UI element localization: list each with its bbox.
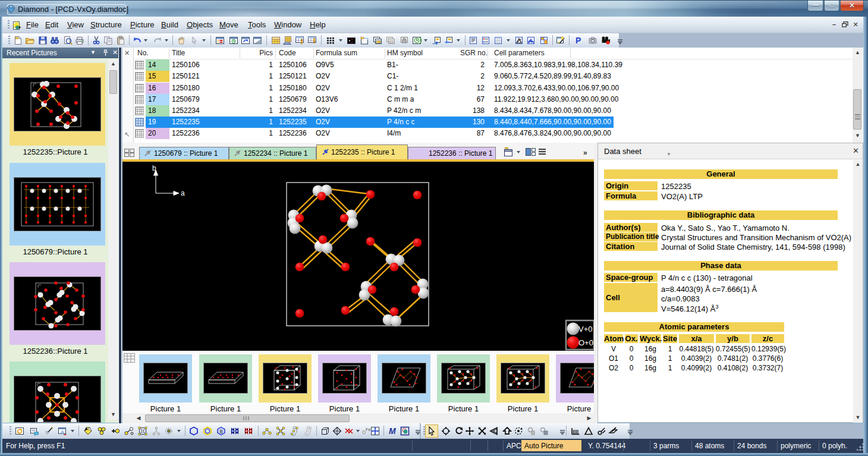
svg-text:P: P [575,36,581,45]
svg-text:Fe: Fe [366,427,370,432]
svg-text:V+0: V+0 [578,325,593,334]
svg-text:M: M [389,426,396,436]
svg-text:8: 8 [220,429,223,435]
svg-text:a: a [181,189,185,197]
svg-text:b: b [152,164,156,172]
svg-text:O+0: O+0 [578,338,593,347]
